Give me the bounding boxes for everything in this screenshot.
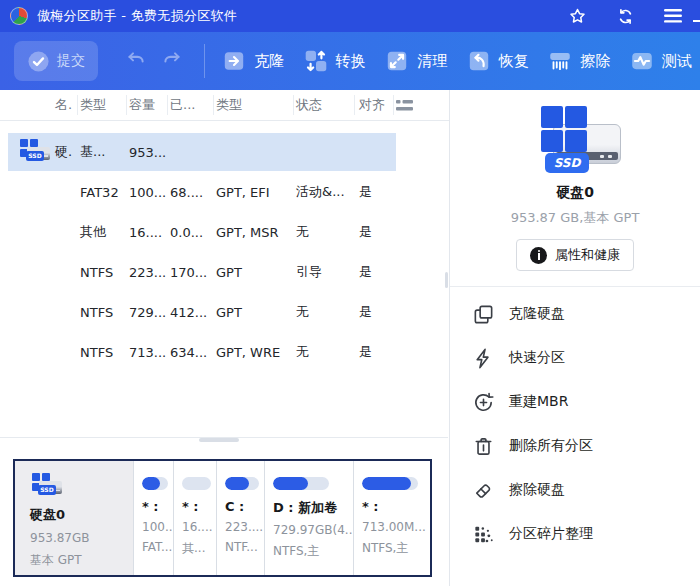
ssd-disk-icon: SSD — [30, 473, 62, 500]
partition-label: * : — [142, 499, 173, 514]
disk-table-area: 名.类型容量已...类型状态对齐 SSD硬.基...953...FAT32100… — [0, 90, 449, 586]
properties-health-button[interactable]: 属性和健康 — [516, 239, 634, 271]
usage-bar — [182, 477, 211, 490]
table-cell: 634... — [168, 345, 214, 360]
table-cell: 硬. — [53, 143, 78, 161]
vertical-scrollbar-thumb[interactable] — [445, 272, 448, 288]
favorite-star-icon[interactable] — [568, 7, 587, 26]
column-header-3[interactable]: 容量 — [127, 95, 168, 115]
minimize-icon[interactable] — [693, 20, 700, 22]
toolbar-button-convert[interactable]: 转换 — [303, 48, 366, 74]
usage-bar — [142, 477, 168, 490]
partition-fs: FAT... — [142, 540, 173, 554]
toolbar-button-label: 转换 — [336, 52, 366, 71]
column-header-5[interactable]: 类型 — [214, 95, 294, 115]
action-trash[interactable]: 删除所有分区 — [450, 424, 700, 468]
partition-fs: NTF... — [225, 540, 264, 554]
table-cell: 729... — [127, 305, 168, 320]
partition-row[interactable]: NTFS729...412...GPT无是 — [0, 292, 449, 332]
table-cell: 基... — [78, 143, 127, 161]
disk-row[interactable]: SSD硬.基...953... — [0, 132, 449, 172]
partition-block[interactable]: * :100...FAT... — [133, 461, 173, 575]
table-cell: GPT, WRE — [214, 345, 294, 360]
ssd-disk-icon: SSD — [18, 139, 50, 166]
toolbar-button-shred[interactable]: 擦除 — [547, 48, 610, 74]
partition-row[interactable]: NTFS713...634...GPT, WRE无是 — [0, 332, 449, 372]
table-cell: GPT, MSR — [214, 225, 294, 240]
toolbar-button-clone[interactable]: 克隆 — [221, 48, 284, 74]
action-label: 擦除硬盘 — [509, 481, 565, 499]
table-cell: 无 — [294, 223, 355, 241]
table-cell: 100... — [127, 185, 168, 200]
column-header-1[interactable]: 名. — [53, 95, 78, 115]
toolbar-button-label: 恢复 — [499, 52, 529, 71]
table-cell: 无 — [294, 343, 355, 361]
partition-row[interactable]: NTFS223...170...GPT引导是 — [0, 252, 449, 292]
partition-size: 713.00M... — [362, 520, 426, 534]
partition-fs: 其... — [182, 540, 216, 557]
action-lightning[interactable]: 快速分区 — [450, 336, 700, 380]
horizontal-scrollbar-thumb[interactable] — [199, 438, 239, 442]
table-cell: 是 — [355, 343, 394, 361]
table-header: 名.类型容量已...类型状态对齐 — [0, 90, 449, 121]
table-cell: 412... — [168, 305, 214, 320]
toolbar-button-label: 擦除 — [580, 52, 610, 71]
partition-row[interactable]: 其他16....0.0...GPT, MSR无是 — [0, 212, 449, 252]
app-logo-icon — [10, 7, 28, 25]
toolbar-button-label: 测试 — [662, 52, 692, 71]
partition-size: 223.... — [225, 520, 264, 534]
column-header-7[interactable]: 对齐 — [355, 95, 394, 115]
sync-icon[interactable] — [616, 7, 635, 26]
table-cell: 无 — [294, 303, 355, 321]
table-cell: GPT — [214, 305, 294, 320]
column-header-2[interactable]: 类型 — [78, 95, 127, 115]
partition-label: * : — [182, 499, 216, 514]
table-cell: 953... — [127, 145, 168, 160]
toolbar-button-clean[interactable]: 清理 — [384, 48, 447, 74]
partition-block[interactable]: D : 新加卷729.97GB(4...NTFS,主 — [264, 461, 353, 575]
action-label: 分区碎片整理 — [509, 525, 593, 543]
partition-fs: NTFS,主 — [273, 543, 353, 560]
toolbar-button-test[interactable]: 测试 — [629, 48, 692, 74]
submit-button[interactable]: 提交 — [14, 41, 98, 81]
usage-bar — [225, 477, 259, 490]
action-rebuild[interactable]: 重建MBR — [450, 380, 700, 424]
partition-label: C : — [225, 499, 264, 514]
partition-block[interactable]: * :713.00M...NTFS,主 — [353, 461, 426, 575]
toolbar-button-recover[interactable]: 恢复 — [466, 48, 529, 74]
partition-size: 100... — [142, 520, 173, 534]
undo-icon[interactable] — [126, 49, 147, 74]
table-cell: 223... — [127, 265, 168, 280]
redo-icon[interactable] — [161, 49, 182, 74]
disk-map-disk-block[interactable]: SSD 硬盘0 953.87GB 基本 GPT — [15, 461, 133, 575]
partition-row[interactable]: FAT32100...68....GPT, EFI活动&...是 — [0, 172, 449, 212]
table-body: SSD硬.基...953...FAT32100...68....GPT, EFI… — [0, 121, 449, 372]
usage-bar-fill — [225, 477, 249, 490]
table-cell: GPT, EFI — [214, 185, 294, 200]
partition-blocks: * :100...FAT...* :16....其...C :223....NT… — [133, 461, 426, 575]
action-eraser[interactable]: 擦除硬盘 — [450, 468, 700, 512]
usage-bar-fill — [142, 477, 160, 490]
list-view-icon[interactable] — [394, 95, 449, 115]
action-label: 重建MBR — [509, 393, 568, 411]
table-cell: 68.... — [168, 185, 214, 200]
action-defrag[interactable]: 分区碎片整理 — [450, 512, 700, 556]
partition-block[interactable]: * :16....其... — [173, 461, 216, 575]
disk-size: 953.87GB — [30, 531, 133, 545]
partition-block[interactable]: C :223....NTF... — [216, 461, 264, 575]
menu-icon[interactable] — [664, 9, 682, 23]
info-icon — [530, 247, 547, 264]
disk-name: 硬盘0 — [30, 506, 133, 524]
column-header-6[interactable]: 状态 — [294, 95, 355, 115]
toolbar-separator — [204, 44, 205, 78]
partition-fs: NTFS,主 — [362, 540, 426, 557]
disk-actions-list: 克隆硬盘快速分区重建MBR删除所有分区擦除硬盘分区碎片整理 — [450, 287, 700, 556]
toolbar-actions: 克隆转换清理恢复擦除测试 — [221, 48, 692, 74]
partition-label: D : 新加卷 — [273, 499, 353, 517]
table-cell: 16.... — [127, 225, 168, 240]
table-cell: 是 — [355, 263, 394, 281]
ssd-badge: SSD — [545, 153, 589, 173]
column-header-4[interactable]: 已... — [168, 95, 214, 115]
selected-disk-subtitle: 953.87 GB,基本 GPT — [450, 209, 700, 227]
action-clone-disk[interactable]: 克隆硬盘 — [450, 292, 700, 336]
